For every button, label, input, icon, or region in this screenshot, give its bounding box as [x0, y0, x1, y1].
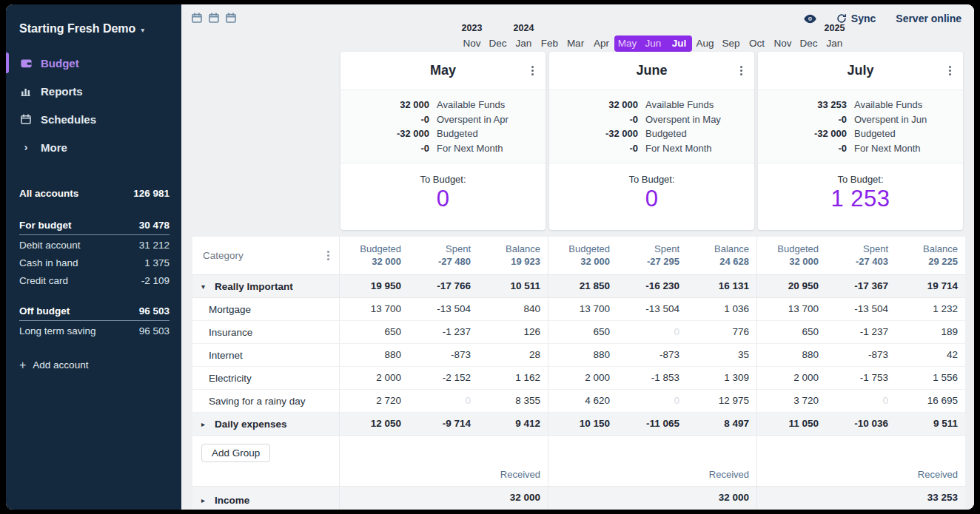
category-menu-kebab-icon[interactable] [327, 254, 329, 257]
spent-cell-daily-expenses-june[interactable]: -11 065 [617, 413, 687, 436]
balance-cell-really-important-june[interactable]: 16 131 [687, 275, 756, 298]
category-row-mortgage[interactable]: Mortgage [192, 298, 339, 321]
spent-cell-internet-july[interactable]: -873 [826, 344, 896, 367]
expand-triangle-icon[interactable]: ▸ [201, 420, 209, 428]
balance-cell-daily-expenses-june[interactable]: 8 497 [687, 413, 756, 436]
spent-cell-really-important-july[interactable]: -17 367 [826, 275, 896, 298]
category-row-insurance[interactable]: Insurance [192, 321, 339, 344]
group-row-daily-expenses[interactable]: ▸Daily expenses [192, 413, 339, 436]
balance-cell-really-important-may[interactable]: 10 511 [478, 275, 548, 298]
month-nav-feb-3[interactable]: Feb [537, 35, 563, 52]
budgeted-cell-saving-for-a-rainy-day-may[interactable]: 2 720 [339, 390, 409, 413]
balance-cell-saving-for-a-rainy-day-may[interactable]: 8 355 [478, 390, 548, 413]
balance-cell-internet-june[interactable]: 35 [687, 344, 756, 367]
group-name[interactable]: Daily expenses [215, 419, 287, 430]
category-name[interactable]: Insurance [209, 327, 252, 338]
category-name[interactable]: Internet [209, 350, 243, 361]
group-row-really-important[interactable]: ▾Really Important [192, 275, 339, 298]
spent-cell-mortgage-may[interactable]: -13 504 [409, 298, 478, 321]
balance-cell-mortgage-june[interactable]: 1 036 [687, 298, 756, 321]
category-name[interactable]: Mortgage [209, 304, 251, 315]
month-nav-nov-0[interactable]: Nov [459, 35, 485, 52]
category-row-saving-for-a-rainy-day[interactable]: Saving for a rainy day [192, 390, 339, 413]
add-account-button[interactable]: + Add account [19, 359, 170, 371]
balance-cell-mortgage-july[interactable]: 1 232 [896, 298, 965, 321]
to-budget-amount[interactable]: 0 [549, 185, 754, 212]
sidebar-item-budget[interactable]: Budget [6, 49, 181, 77]
income-received-cell-july[interactable]: 33 253 [896, 487, 965, 510]
category-row-internet[interactable]: Internet [192, 344, 339, 367]
expand-triangle-icon[interactable]: ▸ [201, 496, 209, 504]
privacy-eye-button[interactable] [804, 14, 816, 24]
budgeted-cell-really-important-june[interactable]: 21 850 [548, 275, 617, 298]
month-nav-sep-10[interactable]: Sep [718, 35, 744, 52]
budgeted-cell-insurance-july[interactable]: 650 [756, 321, 826, 344]
budgeted-cell-daily-expenses-june[interactable]: 10 150 [548, 413, 617, 436]
balance-cell-really-important-july[interactable]: 19 714 [896, 275, 965, 298]
month-nav-dec-1[interactable]: Dec [485, 35, 511, 52]
balance-cell-electricity-june[interactable]: 1 309 [687, 367, 756, 390]
month-nav-oct-11[interactable]: Oct [744, 35, 770, 52]
category-name[interactable]: Electricity [209, 373, 252, 384]
balance-cell-internet-may[interactable]: 28 [478, 344, 548, 367]
budgeted-cell-daily-expenses-may[interactable]: 12 050 [339, 413, 409, 436]
month-nav-mar-4[interactable]: Mar [563, 35, 588, 52]
account-group-off-budget[interactable]: Off budget96 503 [19, 305, 170, 321]
budgeted-cell-internet-july[interactable]: 880 [756, 344, 826, 367]
month-nav-jan-14[interactable]: Jan [822, 35, 848, 52]
month-nav-jan-2[interactable]: Jan [511, 35, 537, 52]
balance-cell-electricity-july[interactable]: 1 556 [896, 367, 965, 390]
server-status-button[interactable]: Server online [896, 13, 961, 24]
month-nav-apr-5[interactable]: Apr [588, 35, 614, 52]
sidebar-account-debit-account[interactable]: Debit account31 212 [19, 240, 170, 257]
balance-cell-insurance-may[interactable]: 126 [478, 321, 548, 344]
category-name[interactable]: Saving for a rainy day [209, 396, 306, 407]
sidebar-account-long-term-saving[interactable]: Long term saving96 503 [19, 325, 170, 343]
to-budget-amount[interactable]: 0 [340, 185, 546, 212]
spent-cell-mortgage-july[interactable]: -13 504 [826, 298, 896, 321]
sidebar-item-all-accounts[interactable]: All accounts 126 981 [19, 188, 170, 207]
spent-cell-mortgage-june[interactable]: -13 504 [617, 298, 687, 321]
spent-cell-daily-expenses-may[interactable]: -9 714 [409, 413, 478, 436]
sidebar-item-reports[interactable]: Reports [6, 77, 181, 105]
budget-file-menu[interactable]: Starting Fresh Demo ▾ [6, 4, 181, 43]
spent-cell-insurance-june[interactable]: 0 [617, 321, 687, 344]
one-month-view-icon[interactable] [191, 12, 203, 24]
income-received-cell-june[interactable]: 32 000 [687, 487, 756, 510]
balance-cell-saving-for-a-rainy-day-june[interactable]: 12 975 [687, 390, 756, 413]
group-name[interactable]: Income [215, 495, 249, 506]
balance-cell-insurance-june[interactable]: 776 [687, 321, 756, 344]
month-nav-jun-7[interactable]: Jun [640, 35, 666, 52]
month-nav-may-6[interactable]: May [614, 35, 640, 52]
to-budget-amount[interactable]: 1 253 [758, 185, 963, 212]
spent-cell-insurance-may[interactable]: -1 237 [409, 321, 478, 344]
balance-cell-mortgage-may[interactable]: 840 [478, 298, 548, 321]
month-menu-kebab-icon[interactable] [531, 70, 534, 72]
spent-cell-electricity-july[interactable]: -1 753 [826, 367, 896, 390]
month-nav-nov-12[interactable]: Nov [770, 35, 796, 52]
budgeted-cell-saving-for-a-rainy-day-june[interactable]: 4 620 [548, 390, 617, 413]
sidebar-item-more[interactable]: ›More [6, 133, 181, 161]
sidebar-account-credit-card[interactable]: Credit card-2 109 [19, 275, 170, 293]
collapse-triangle-icon[interactable]: ▾ [201, 283, 209, 291]
budgeted-cell-insurance-may[interactable]: 650 [339, 321, 409, 344]
budgeted-cell-insurance-june[interactable]: 650 [548, 321, 617, 344]
balance-cell-saving-for-a-rainy-day-july[interactable]: 16 695 [896, 390, 965, 413]
balance-cell-daily-expenses-july[interactable]: 9 511 [896, 413, 965, 436]
spent-cell-saving-for-a-rainy-day-june[interactable]: 0 [617, 390, 687, 413]
budgeted-cell-internet-may[interactable]: 880 [339, 344, 409, 367]
group-row-income[interactable]: ▸Income [192, 487, 339, 510]
spent-cell-electricity-june[interactable]: -1 853 [617, 367, 687, 390]
spent-cell-internet-may[interactable]: -873 [409, 344, 478, 367]
budgeted-cell-mortgage-may[interactable]: 13 700 [339, 298, 409, 321]
category-row-electricity[interactable]: Electricity [192, 367, 339, 390]
account-group-for-budget[interactable]: For budget30 478 [19, 220, 170, 235]
spent-cell-saving-for-a-rainy-day-july[interactable]: 0 [826, 390, 896, 413]
balance-cell-internet-july[interactable]: 42 [896, 344, 965, 367]
budgeted-cell-electricity-june[interactable]: 2 000 [548, 367, 617, 390]
month-menu-kebab-icon[interactable] [949, 70, 951, 72]
budgeted-cell-really-important-july[interactable]: 20 950 [756, 275, 826, 298]
spent-cell-saving-for-a-rainy-day-may[interactable]: 0 [409, 390, 478, 413]
month-nav-jul-8[interactable]: Jul [666, 35, 692, 52]
sidebar-item-schedules[interactable]: Schedules [6, 105, 181, 133]
